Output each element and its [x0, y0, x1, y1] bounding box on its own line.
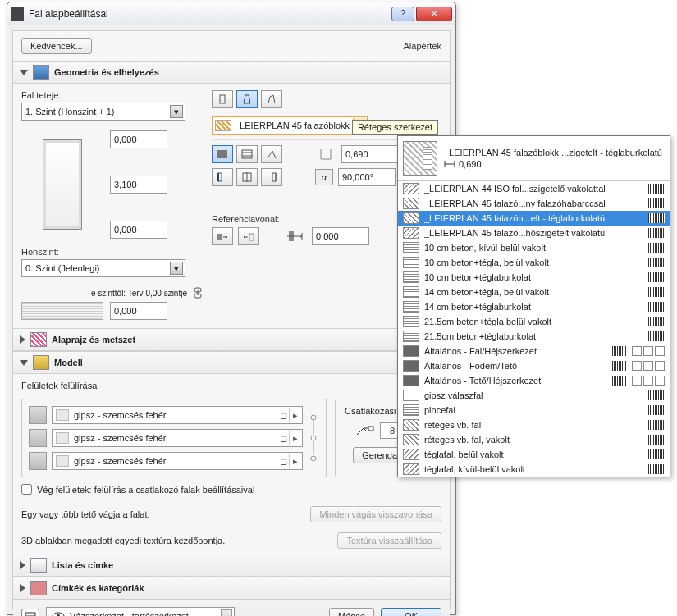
composite-option[interactable]: 10 cm beton+tégla, belül vakolt	[398, 255, 670, 270]
section-list-header[interactable]: Lista és címke	[13, 554, 450, 577]
surf-outside-select[interactable]: gipsz - szemcsés fehér◻▸	[52, 406, 303, 424]
swatch-icon	[403, 257, 419, 268]
composite-option[interactable]: pincefal	[398, 403, 670, 418]
use-tag-icon	[648, 258, 665, 267]
composite-option[interactable]: 14 cm beton+téglaburkolat	[398, 299, 670, 314]
refline-flip-a-icon[interactable]	[212, 227, 233, 245]
surf-edge-icon[interactable]	[29, 429, 47, 447]
structure-profile-icon[interactable]	[261, 145, 282, 163]
use-tag-icon	[648, 272, 665, 282]
section-floorplan-title: Alaprajz és metszet	[52, 335, 135, 345]
composite-option[interactable]: Általános - Tető/Héjszerkezet	[398, 373, 670, 388]
composite-option[interactable]: téglafal, kívül-belül vakolt	[398, 462, 670, 477]
ref-offset-input[interactable]: 0,000	[312, 227, 369, 245]
svg-point-25	[311, 436, 316, 440]
composite-option[interactable]: 21.5cm beton+téglaburkolat	[398, 329, 670, 344]
composite-option[interactable]: gipsz válaszfal	[398, 388, 670, 403]
angle-input[interactable]: 90,000°	[338, 168, 396, 186]
link-icon[interactable]	[192, 287, 204, 299]
top-label: Fal teteje:	[21, 90, 204, 100]
layer-swatch-icon[interactable]	[21, 609, 39, 616]
option-label: _LEIERPLAN 45 falazó...hőszigetelt vakol…	[424, 228, 643, 238]
surf-inside-select[interactable]: gipsz - szemcsés fehér◻▸	[52, 452, 303, 470]
top-story-combo[interactable]: 1. Szint (Honszint + 1) ▾	[21, 103, 185, 121]
dropdown-preview: _LEIERPLAN 45 falazóblokk ...zigetelt - …	[398, 136, 670, 181]
height-total-input[interactable]: 3,100	[110, 176, 167, 194]
wall-poly-icon[interactable]	[261, 90, 282, 108]
composite-option[interactable]: 10 cm beton, kívül-belül vakolt	[398, 240, 670, 255]
structure-basic-icon[interactable]	[212, 145, 233, 163]
swatch-icon	[403, 227, 419, 239]
undo-trim-button: Minden vágás visszavonása	[310, 506, 441, 522]
height-bottom-input[interactable]: 0,000	[110, 221, 167, 239]
wall-trapezoid-icon[interactable]	[236, 90, 258, 108]
help-button[interactable]: ?	[391, 7, 414, 21]
composite-option[interactable]: _LEIERPLAN 45 falazó...hőszigetelt vakol…	[398, 226, 670, 240]
model-panel: Felületek felülírása gipsz - szemcsés fe…	[13, 374, 450, 501]
surf-edge-select[interactable]: gipsz - szemcsés fehér◻▸	[52, 429, 303, 447]
cancel-button[interactable]: Mégse	[329, 608, 374, 616]
wall-straight-icon[interactable]	[212, 90, 233, 108]
app-icon	[11, 7, 24, 21]
end-surface-checkbox[interactable]	[21, 484, 32, 495]
refline-flip-b-icon[interactable]	[238, 227, 259, 245]
composite-option[interactable]: réteges vb. fal, vakolt	[398, 432, 670, 447]
tooltip-composite: Réteges szerkezet	[352, 120, 438, 135]
refline-right-icon[interactable]	[261, 168, 282, 186]
composite-dropdown: _LEIERPLAN 45 falazóblokk ...zigetelt - …	[397, 135, 670, 477]
composite-option[interactable]: _LEIERPLAN 45 falazób...elt - téglaburko…	[398, 211, 670, 226]
composite-option[interactable]: 14 cm beton+tégla, belül vakolt	[398, 285, 670, 299]
section-list-title: Lista és címke	[52, 560, 113, 570]
svg-rect-18	[217, 234, 222, 240]
composite-option[interactable]: Általános - Fal/Héjszerkezet	[398, 344, 670, 358]
composite-option[interactable]: téglafal, belül vakolt	[398, 447, 670, 462]
home-story-combo[interactable]: 0. Szint (Jelenlegi) ▾	[21, 259, 185, 277]
thickness-icon	[315, 145, 336, 163]
end-surface-check[interactable]: Vég felületek: felülírás a csatlakozó fa…	[21, 484, 441, 495]
chain-surfaces-icon[interactable]	[308, 406, 319, 470]
section-categories-header[interactable]: Címkék és kategóriák	[13, 577, 450, 600]
svg-rect-6	[242, 150, 252, 158]
composite-option[interactable]: _LEIERPLAN 44 ISO fal...szigetelő vakola…	[398, 181, 670, 196]
refline-center-icon[interactable]	[236, 168, 258, 186]
disclosure-right-icon	[20, 561, 25, 569]
offset-input[interactable]: 0,000	[110, 302, 167, 320]
layer-selector[interactable]: Vázszerkezet - tartószerkezet	[46, 607, 235, 616]
swatch-icon	[403, 316, 419, 327]
dialog-footer: Vázszerkezet - tartószerkezet Mégse OK	[13, 600, 450, 616]
roof-trim-label: Egy vagy több tető vágja a falat.	[21, 509, 150, 519]
eye-icon	[52, 611, 65, 616]
top-story-value: 1. Szint (Honszint + 1)	[25, 107, 115, 116]
structure-composite-icon[interactable]	[236, 145, 258, 163]
extra-icons	[632, 376, 665, 386]
angle-icon: α	[315, 169, 333, 185]
composite-option[interactable]: _LEIERPLAN 45 falazó...ny falazóhabarccs…	[398, 196, 670, 211]
composite-option[interactable]: 21.5cm beton+tégla,belül vakolt	[398, 314, 670, 329]
offset-label: e szinttől: Terv 0,00 szintje	[21, 289, 187, 298]
composite-option[interactable]: 10 cm beton+téglaburkolat	[398, 270, 670, 285]
composite-swatch-icon	[215, 120, 231, 131]
thickness-input[interactable]: 0,690	[341, 145, 399, 163]
composite-selector[interactable]: _LEIERPLAN 45 falazóblokk - vékon... ▸	[212, 116, 368, 135]
option-label: réteges vb. fal, vakolt	[424, 435, 643, 445]
disclosure-right-icon	[20, 584, 25, 592]
surf-outside-icon[interactable]	[29, 406, 47, 424]
option-label: téglafal, kívül-belül vakolt	[424, 464, 643, 474]
section-model-header[interactable]: Modell	[13, 351, 450, 374]
dropdown-list[interactable]: _LEIERPLAN 44 ISO fal...szigetelő vakola…	[398, 181, 670, 477]
swatch-icon	[403, 375, 419, 386]
favorites-button[interactable]: Kedvencek...	[21, 38, 92, 54]
composite-option[interactable]: réteges vb. fal	[398, 418, 670, 432]
option-label: téglafal, belül vakolt	[424, 449, 643, 459]
section-geometry-header[interactable]: Geometria és elhelyezés	[13, 61, 450, 84]
svg-rect-16	[272, 173, 276, 181]
option-label: 21.5cm beton+téglaburkolat	[424, 331, 643, 341]
section-floorplan-header[interactable]: Alaprajz és metszet	[13, 328, 450, 351]
height-top-input[interactable]: 0,000	[110, 130, 167, 148]
ok-button[interactable]: OK	[381, 608, 441, 616]
surf-inside-icon[interactable]	[29, 452, 47, 470]
close-button[interactable]: ✕	[416, 7, 452, 21]
use-tag-icon	[611, 346, 627, 356]
refline-left-icon[interactable]	[212, 168, 233, 186]
composite-option[interactable]: Általános - Födém/Tető	[398, 358, 670, 373]
